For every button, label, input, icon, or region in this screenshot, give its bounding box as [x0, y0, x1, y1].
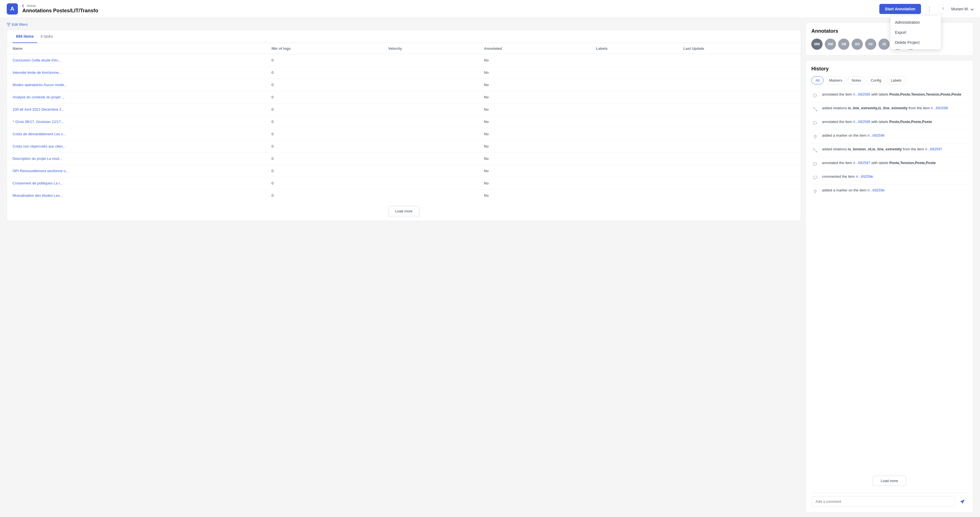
- row-velocity: [383, 79, 479, 91]
- row-annotated: No: [479, 91, 591, 103]
- row-name-link[interactable]: Conclusion Cette étude d'év...: [13, 58, 61, 62]
- tab-tasks[interactable]: 4 tasks: [37, 30, 56, 43]
- history-item: commented the item #...69259e: [811, 171, 967, 185]
- svg-point-2: [816, 110, 817, 111]
- load-more-button[interactable]: Load more: [388, 206, 420, 216]
- row-labels: [590, 152, 678, 165]
- history-tab-config[interactable]: Config: [867, 76, 886, 84]
- row-name-link[interactable]: Coûts de démantèlement Les c...: [13, 132, 66, 136]
- more-icon: ⋮: [927, 6, 932, 12]
- help-icon: ?: [942, 7, 943, 11]
- row-nbr-logs: 0: [266, 152, 383, 165]
- table-row: Coûts non répercutés aux clien... 0 No: [7, 140, 801, 152]
- annotator-avatar[interactable]: AM: [825, 38, 836, 50]
- history-item-text: commented the item #...69259e: [822, 174, 873, 179]
- annotator-avatar[interactable]: JS: [878, 38, 890, 50]
- history-item-icon: [811, 92, 819, 100]
- table-row: Conclusion Cette étude d'év... 0 No: [7, 54, 801, 67]
- row-name-link[interactable]: Intensité limite de fonctionne...: [13, 70, 62, 75]
- annotator-avatar[interactable]: AV: [865, 38, 876, 50]
- row-nbr-logs: 0: [266, 140, 383, 152]
- table-tabs: 694 items 4 tasks: [7, 30, 801, 43]
- app-logo: A: [7, 3, 18, 14]
- row-name-link[interactable]: Analyse du contexte du projet ...: [13, 95, 65, 99]
- history-tab-all[interactable]: All: [811, 76, 824, 84]
- row-annotated: No: [479, 79, 591, 91]
- help-button[interactable]: ?: [938, 4, 948, 14]
- row-name-link[interactable]: Croisement de politiques La r...: [13, 181, 63, 185]
- row-name: Intensité limite de fonctionne...: [7, 67, 266, 79]
- row-name: Coûts de démantèlement Les c...: [7, 128, 266, 140]
- dropdown-item-administration[interactable]: Administration: [891, 17, 941, 27]
- row-name: Description du projet La mod...: [7, 152, 266, 165]
- history-link[interactable]: #...692597: [853, 161, 870, 165]
- history-card: History AllMarkersNotesConfigLabels anno…: [805, 60, 973, 512]
- svg-point-7: [816, 151, 817, 152]
- row-last-update: [678, 116, 801, 128]
- dropdown-item-export[interactable]: Export: [891, 27, 941, 38]
- history-link[interactable]: #...69259e: [867, 188, 885, 192]
- history-item-icon: [811, 160, 819, 168]
- comment-row: [811, 493, 967, 507]
- annotator-avatar[interactable]: AD: [852, 38, 863, 50]
- row-name-link[interactable]: Mutualisation des études Les...: [13, 193, 63, 198]
- svg-point-1: [813, 107, 815, 108]
- comment-input[interactable]: [811, 496, 955, 507]
- back-arrow-icon: [22, 4, 25, 7]
- annotator-avatar[interactable]: AB: [838, 38, 850, 50]
- history-item-icon: [811, 187, 819, 195]
- row-name-link[interactable]: Description du projet La mod...: [13, 157, 62, 161]
- history-link[interactable]: #...692597: [925, 147, 942, 151]
- history-link[interactable]: #...692596: [931, 106, 948, 110]
- row-velocity: [383, 165, 479, 177]
- row-labels: [590, 177, 678, 189]
- back-link[interactable]: Home: [22, 4, 875, 8]
- history-tab-notes[interactable]: Notes: [848, 76, 865, 84]
- history-link[interactable]: #...69259e: [856, 174, 873, 179]
- filter-icon: [7, 23, 11, 27]
- table-row: 100 k€ Avril 2021 Décembre 2... 0 No: [7, 103, 801, 116]
- right-panel: Annotators MMAMABADAVJSBNTK History AllM…: [805, 22, 973, 512]
- send-comment-button[interactable]: [957, 496, 967, 507]
- row-nbr-logs: 0: [266, 103, 383, 116]
- history-item-text: annotated the item #...692597 with label…: [822, 160, 936, 166]
- row-name-link[interactable]: ^ Groix 06/17, Gruissan 12/17...: [13, 120, 64, 124]
- row-nbr-logs: 0: [266, 165, 383, 177]
- history-link[interactable]: #...692595: [853, 92, 870, 97]
- row-name-link[interactable]: Modes opératoires Aucun mode...: [13, 83, 67, 87]
- start-annotation-button[interactable]: Start Annotation: [879, 4, 921, 14]
- history-link[interactable]: #...692596: [853, 120, 870, 124]
- row-last-update: [678, 54, 801, 67]
- row-name-link[interactable]: Coûts non répercutés aux clien...: [13, 144, 66, 148]
- row-velocity: [383, 91, 479, 103]
- more-options-button[interactable]: ⋮: [924, 3, 934, 14]
- user-menu[interactable]: Muram M.: [951, 7, 973, 11]
- history-link[interactable]: #...692596: [867, 133, 885, 138]
- history-list: annotated the item #...692595 with label…: [811, 89, 967, 472]
- filter-bar: Edit filters: [7, 22, 801, 27]
- history-item: added relations is_tension_of,is_line_ex…: [811, 144, 967, 157]
- history-tab-markers[interactable]: Markers: [825, 76, 846, 84]
- row-name-link[interactable]: OPI Renouvellement sectionne u...: [13, 169, 69, 173]
- history-item-text: added relations is_line_extremity,is_lin…: [822, 105, 948, 111]
- table-row: Mutualisation des études Les... 0 No: [7, 189, 801, 202]
- tab-items[interactable]: 694 items: [13, 30, 37, 43]
- row-annotated: No: [479, 177, 591, 189]
- dropdown-item-delete-project[interactable]: Delete Project: [891, 38, 941, 48]
- edit-filters-link[interactable]: Edit filters: [7, 22, 28, 27]
- row-labels: [590, 116, 678, 128]
- data-table: Name Nbr of logs Velocity Annotated Labe…: [7, 43, 801, 201]
- row-name: Croisement de politiques La r...: [7, 177, 266, 189]
- row-name: Coûts non répercutés aux clien...: [7, 140, 266, 152]
- svg-point-5: [815, 136, 816, 136]
- svg-point-9: [815, 164, 815, 164]
- annotator-avatar[interactable]: MM: [811, 38, 822, 50]
- history-tab-labels[interactable]: Labels: [886, 76, 905, 84]
- row-name-link[interactable]: 100 k€ Avril 2021 Décembre 2...: [13, 107, 64, 111]
- load-more-history-button[interactable]: Load more: [873, 476, 906, 486]
- history-tabs: AllMarkersNotesConfigLabels: [811, 76, 967, 84]
- history-item-text: added a marker on the item #...692596: [822, 133, 885, 138]
- history-item-icon: [811, 146, 819, 154]
- history-item-icon: [811, 105, 819, 113]
- svg-point-10: [815, 190, 816, 192]
